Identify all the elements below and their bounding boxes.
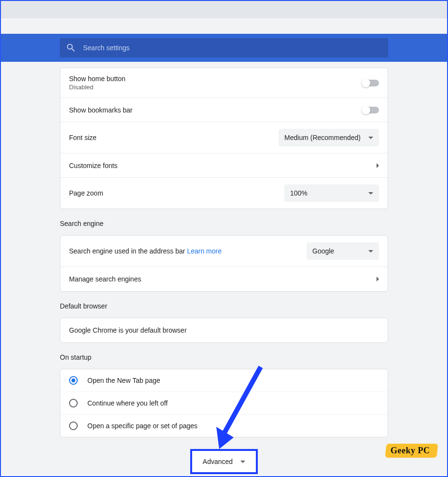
- customize-fonts-label: Customize fonts: [69, 162, 117, 169]
- caret-down-icon: [368, 137, 373, 139]
- show-bookmarks-label: Show bookmarks bar: [69, 106, 133, 114]
- manage-search-engines-label: Manage search engines: [69, 275, 141, 283]
- startup-option-label: Open the New Tab page: [87, 377, 160, 384]
- search-icon: [66, 42, 76, 53]
- radio-unselected-icon: [69, 421, 78, 430]
- caret-down-icon: [368, 250, 373, 253]
- startup-option-continue[interactable]: Continue where you left off: [60, 392, 388, 415]
- search-engine-select[interactable]: Google: [307, 242, 379, 260]
- browser-tab-strip: [1, 1, 447, 18]
- page-zoom-select[interactable]: 100%: [284, 184, 379, 202]
- search-engine-value: Google: [312, 247, 334, 255]
- search-engine-title: Search engine: [60, 209, 388, 235]
- watermark: Geeky PC: [386, 444, 436, 458]
- default-browser-row: Google Chrome is your default browser: [60, 318, 388, 342]
- show-bookmarks-row[interactable]: Show bookmarks bar: [60, 98, 388, 122]
- show-home-label: Show home button: [69, 75, 126, 83]
- startup-option-label: Open a specific page or set of pages: [87, 422, 197, 430]
- customize-fonts-row[interactable]: Customize fonts: [60, 154, 388, 178]
- settings-header: [1, 34, 447, 62]
- search-settings-box[interactable]: [60, 38, 388, 57]
- show-home-toggle[interactable]: [363, 80, 379, 86]
- page-zoom-row: Page zoom 100%: [60, 178, 388, 209]
- caret-down-icon: [368, 192, 373, 195]
- show-home-status: Disabled: [69, 84, 126, 91]
- search-input[interactable]: [83, 44, 382, 52]
- search-engine-card: Search engine used in the address bar Le…: [60, 235, 388, 292]
- advanced-label: Advanced: [203, 458, 233, 465]
- caret-down-icon: [240, 461, 245, 463]
- default-browser-card: Google Chrome is your default browser: [60, 318, 388, 343]
- on-startup-title: On startup: [60, 343, 388, 369]
- startup-option-label: Continue where you left off: [87, 399, 168, 407]
- show-home-button-row[interactable]: Show home button Disabled: [60, 68, 388, 98]
- font-size-row: Font size Medium (Recommended): [60, 122, 388, 154]
- font-size-value: Medium (Recommended): [284, 134, 361, 141]
- page-zoom-label: Page zoom: [69, 189, 103, 197]
- search-engine-label: Search engine used in the address bar: [69, 247, 185, 255]
- search-engine-row: Search engine used in the address bar Le…: [60, 236, 388, 267]
- radio-unselected-icon: [69, 399, 78, 407]
- font-size-select[interactable]: Medium (Recommended): [279, 129, 379, 146]
- appearance-card: Show home button Disabled Show bookmarks…: [60, 68, 388, 209]
- manage-search-engines-row[interactable]: Manage search engines: [60, 267, 388, 291]
- startup-option-specific[interactable]: Open a specific page or set of pages: [60, 415, 388, 437]
- advanced-button[interactable]: Advanced: [190, 449, 258, 474]
- chevron-right-icon: [377, 277, 379, 281]
- font-size-label: Font size: [69, 134, 97, 141]
- startup-option-new-tab[interactable]: Open the New Tab page: [60, 369, 388, 392]
- default-browser-title: Default browser: [60, 292, 388, 318]
- default-browser-status: Google Chrome is your default browser: [69, 326, 187, 334]
- browser-toolbar: [1, 18, 447, 34]
- learn-more-link[interactable]: Learn more: [187, 247, 222, 255]
- chevron-right-icon: [377, 163, 379, 168]
- settings-scroll-area: Show home button Disabled Show bookmarks…: [1, 62, 447, 475]
- page-zoom-value: 100%: [290, 189, 308, 197]
- radio-selected-icon: [69, 376, 78, 385]
- on-startup-card: Open the New Tab page Continue where you…: [60, 369, 388, 437]
- show-bookmarks-toggle[interactable]: [363, 107, 379, 113]
- watermark-text: Geeky PC: [391, 446, 430, 456]
